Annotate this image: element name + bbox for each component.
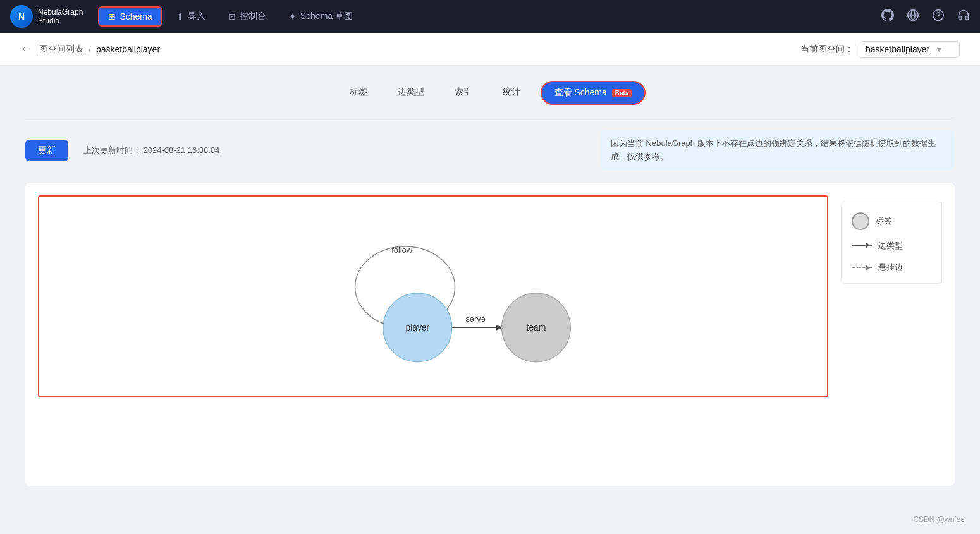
- legend: 标签 边类型 悬挂边: [841, 202, 942, 284]
- console-icon: ⊡: [228, 11, 236, 21]
- main-content: 标签 边类型 索引 统计 查看 Schema Beta 更新 上次更新时间： 2…: [0, 66, 980, 501]
- tab-stats[interactable]: 统计: [487, 82, 536, 104]
- logo-icon: N: [10, 5, 33, 28]
- legend-edge-type-label: 边类型: [878, 240, 903, 252]
- space-selector: 当前图空间： basketballplayer ▾: [800, 41, 960, 58]
- serve-edge-label: serve: [465, 313, 485, 323]
- schema-icon: ⊞: [108, 11, 116, 21]
- space-dropdown[interactable]: basketballplayer ▾: [859, 41, 960, 58]
- legend-edge-type-item: 边类型: [852, 240, 931, 252]
- update-bar: 更新 上次更新时间： 2024-08-21 16:38:04 因为当前 Nebu…: [25, 131, 955, 170]
- logo: N NebulaGraph Studio: [10, 5, 83, 28]
- schema-graph: follow serve player team: [39, 197, 827, 396]
- breadcrumb-list-link[interactable]: 图空间列表: [39, 44, 83, 55]
- beta-badge: Beta: [612, 89, 632, 97]
- notice-box: 因为当前 NebulaGraph 版本下不存在点边的强绑定关系，结果将依据随机捞…: [601, 131, 955, 170]
- tab-tags[interactable]: 标签: [334, 82, 383, 104]
- nav-schema-draft[interactable]: ✦ Schema 草图: [280, 7, 362, 26]
- diagram-frame: follow serve player team: [38, 195, 828, 397]
- legend-tag-item: 标签: [852, 212, 931, 230]
- space-value: basketballplayer: [866, 44, 929, 54]
- legend-dangling-edge-icon: [852, 267, 872, 268]
- draft-icon: ✦: [289, 11, 297, 21]
- team-label: team: [527, 322, 546, 332]
- update-time: 上次更新时间： 2024-08-21 16:38:04: [83, 145, 219, 156]
- schema-wrapper: follow serve player team: [25, 183, 955, 486]
- watermark: CSDN @wnfee: [913, 515, 965, 524]
- legend-dangling-edge-item: 悬挂边: [852, 262, 931, 273]
- tab-indexes[interactable]: 索引: [439, 82, 487, 104]
- chevron-down-icon: ▾: [937, 44, 941, 54]
- import-icon: ⬆: [176, 11, 184, 21]
- follow-edge-label: follow: [391, 245, 413, 254]
- top-navigation: N NebulaGraph Studio ⊞ Schema ⬆ 导入 ⊡ 控制台…: [0, 0, 980, 33]
- divider: [25, 118, 955, 118]
- back-button[interactable]: ←: [20, 42, 32, 56]
- legend-dangling-edge-label: 悬挂边: [878, 262, 903, 273]
- tab-bar: 标签 边类型 索引 统计 查看 Schema Beta: [25, 81, 955, 105]
- headset-icon[interactable]: [957, 9, 970, 25]
- tab-edge-types[interactable]: 边类型: [383, 82, 439, 104]
- nav-console[interactable]: ⊡ 控制台: [219, 7, 275, 26]
- legend-edge-type-icon: [852, 245, 872, 246]
- legend-tag-label: 标签: [876, 215, 892, 227]
- nav-right-icons: [881, 9, 970, 25]
- nav-import[interactable]: ⬆ 导入: [168, 7, 214, 26]
- diagram-area: follow serve player team: [38, 195, 828, 473]
- player-label: player: [406, 322, 430, 332]
- logo-text: NebulaGraph Studio: [38, 8, 83, 26]
- space-label: 当前图空间：: [800, 44, 854, 55]
- nav-schema[interactable]: ⊞ Schema: [98, 6, 162, 27]
- update-button[interactable]: 更新: [25, 140, 68, 161]
- legend-tag-icon: [852, 212, 869, 230]
- view-schema-label: 查看 Schema: [554, 87, 607, 99]
- view-schema-button[interactable]: 查看 Schema Beta: [541, 81, 646, 105]
- breadcrumb-bar: ← 图空间列表 / basketballplayer 当前图空间： basket…: [0, 33, 980, 66]
- breadcrumb-current: basketballplayer: [96, 44, 160, 54]
- breadcrumb-separator: /: [89, 44, 91, 54]
- globe-icon[interactable]: [907, 9, 919, 25]
- github-icon[interactable]: [881, 9, 894, 25]
- help-icon[interactable]: [932, 9, 945, 25]
